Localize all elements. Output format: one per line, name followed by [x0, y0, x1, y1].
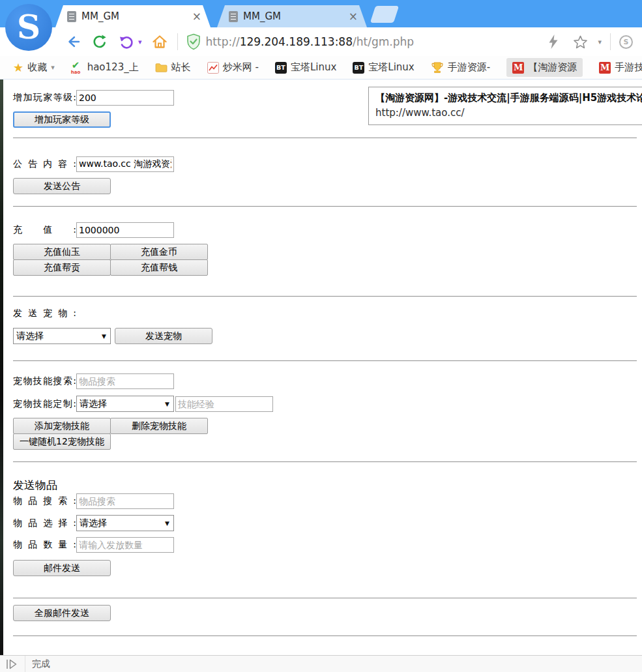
- pet-skill-search-row: 宠物技能搜索:: [13, 373, 637, 389]
- status-bar: 完成: [0, 655, 642, 672]
- bookmark-taoyou-hovered[interactable]: M 【淘游资源: [506, 58, 583, 77]
- security-shield-icon: [186, 33, 201, 50]
- level-label: 增加玩家等级:: [13, 92, 76, 104]
- undo-caret-icon[interactable]: ▾: [138, 38, 142, 46]
- recharge-xianyu-button[interactable]: 充值仙玉: [13, 244, 111, 260]
- section-divider: [13, 360, 637, 361]
- sidebar-toggle-button[interactable]: [5, 658, 18, 670]
- home-button[interactable]: [151, 33, 169, 51]
- item-search-row: 物品搜索:: [13, 493, 637, 509]
- bookmark-folder-zhanzhang[interactable]: 站长: [155, 61, 191, 74]
- tab-close-icon[interactable]: ×: [191, 11, 203, 22]
- tab-title: MM_GM: [81, 10, 186, 22]
- add-level-button[interactable]: 增加玩家等级: [13, 111, 111, 128]
- item-search-label: 物品搜索:: [13, 495, 76, 507]
- chevron-down-icon: ▼: [165, 401, 169, 407]
- back-button[interactable]: [64, 33, 82, 51]
- send-notice-button[interactable]: 发送公告: [13, 178, 111, 194]
- recharge-input[interactable]: [76, 222, 174, 238]
- back-arrow-icon: [65, 33, 81, 50]
- skill-exp-input[interactable]: [175, 396, 273, 412]
- status-divider: [25, 656, 25, 672]
- bookmark-hao123[interactable]: ✔hao hao123_上: [71, 61, 139, 74]
- bookmark-favorites[interactable]: ★ 收藏 ▾: [13, 61, 55, 74]
- favorite-star-button[interactable]: [571, 33, 589, 51]
- browser-logo[interactable]: S: [5, 4, 52, 51]
- pet-row: 请选择 ▼ 发送宠物: [13, 328, 637, 344]
- sogou-account-icon[interactable]: S: [619, 35, 633, 49]
- random-12-pet-skill-button[interactable]: 一键随机12宠物技能: [13, 433, 111, 450]
- undo-button[interactable]: [117, 33, 136, 51]
- send-pet-button[interactable]: 发送宠物: [115, 328, 212, 344]
- chevron-down-icon: ▼: [102, 333, 106, 340]
- notice-input[interactable]: [76, 156, 174, 172]
- tooltip-url: http://www.tao.cc/: [375, 107, 636, 119]
- status-text: 完成: [32, 658, 50, 670]
- url-text[interactable]: http://129.204.189.113:88/ht/gm.php: [206, 35, 414, 48]
- select-value: 请选择: [80, 398, 107, 410]
- bookmark-shouyou-jishu[interactable]: M 手游技术交: [599, 61, 642, 74]
- bt-panel-icon: BT: [353, 62, 364, 74]
- url-scheme: http://: [206, 35, 240, 48]
- tab-mm-gm-inactive[interactable]: MM_GM ×: [217, 5, 367, 27]
- recharge-row: 充值:: [13, 222, 637, 238]
- add-pet-skill-button[interactable]: 添加宠物技能: [13, 418, 111, 434]
- pet-skill-select[interactable]: 请选择 ▼: [76, 396, 174, 412]
- select-value: 请选择: [80, 518, 107, 529]
- delete-pet-skill-button[interactable]: 删除宠物技能: [110, 418, 208, 434]
- section-divider: [13, 206, 637, 207]
- item-search-input[interactable]: [76, 493, 174, 509]
- trophy-icon: [431, 61, 444, 74]
- pet-skill-search-label: 宠物技能搜索:: [13, 375, 76, 387]
- bookmark-bt-linux-1[interactable]: BT 宝塔Linux: [275, 61, 336, 74]
- browser-logo-letter: S: [17, 11, 40, 44]
- pet-skill-custom-row: 宠物技能定制: 请选择 ▼: [13, 396, 637, 412]
- new-tab-button[interactable]: [370, 6, 399, 23]
- pet-skill-search-input[interactable]: [76, 373, 174, 389]
- sogou-s-letter: S: [624, 38, 629, 46]
- recharge-banggong-button[interactable]: 充值帮贡: [13, 259, 111, 276]
- recharge-gold-button[interactable]: 充值金币: [110, 244, 208, 260]
- section-divider: [13, 598, 637, 598]
- bookmark-bt-linux-2[interactable]: BT 宝塔Linux: [353, 61, 414, 74]
- page-doc-icon: [229, 11, 238, 22]
- item-select[interactable]: 请选择 ▼: [76, 515, 174, 531]
- bookmark-chaomi[interactable]: 炒米网 -: [207, 61, 259, 74]
- section-divider: [13, 635, 637, 636]
- tab-mm-gm-active[interactable]: MM_GM ×: [55, 5, 211, 27]
- bookmark-label: 手游技术交: [615, 61, 642, 74]
- item-select-label: 物品选择:: [13, 518, 76, 529]
- recharge-bangqian-button[interactable]: 充值帮钱: [110, 259, 208, 276]
- bt-panel-icon: BT: [275, 62, 287, 74]
- chart-icon: [207, 62, 219, 74]
- tab-close-icon[interactable]: ×: [347, 11, 359, 22]
- recharge-label: 充值:: [13, 224, 76, 236]
- star-outline-icon: [573, 35, 588, 50]
- send-items-heading: 发送物品: [13, 478, 637, 493]
- bookmark-label: 站长: [171, 61, 191, 74]
- level-input[interactable]: [76, 90, 174, 106]
- bookmark-label: 宝塔Linux: [368, 61, 414, 74]
- pet-select[interactable]: 请选择 ▼: [13, 328, 111, 344]
- folder-icon: [155, 63, 168, 73]
- bookmark-label: hao123_上: [87, 61, 139, 74]
- item-qty-input[interactable]: [76, 537, 174, 553]
- bookmark-label: 手游资源-: [448, 61, 490, 74]
- mail-send-button[interactable]: 邮件发送: [13, 560, 111, 576]
- recharge-buttons: 充值仙玉 充值金币 充值帮贡 充值帮钱: [13, 244, 211, 276]
- refresh-icon: [92, 34, 108, 50]
- hao123-icon: ✔hao: [71, 61, 83, 74]
- select-value: 请选择: [16, 330, 44, 342]
- refresh-button[interactable]: [91, 33, 109, 51]
- bookmark-shouyou[interactable]: 手游资源-: [431, 61, 490, 74]
- favorite-caret-icon[interactable]: ▾: [598, 38, 602, 46]
- address-bar[interactable]: http://129.204.189.113:88/ht/gm.php: [186, 33, 536, 50]
- item-select-row: 物品选择: 请选择 ▼: [13, 515, 637, 531]
- all-server-mail-button[interactable]: 全服邮件发送: [13, 605, 111, 621]
- toolbar-divider: [177, 33, 178, 50]
- speed-mode-button[interactable]: [544, 33, 562, 51]
- bookmarks-bar: ★ 收藏 ▾ ✔hao hao123_上 站长 炒米网 - BT 宝塔Linux…: [0, 56, 642, 80]
- section-divider: [13, 138, 637, 138]
- notice-label: 公告内容:: [13, 158, 76, 170]
- bookmark-tooltip: 【淘游资源网】-游戏技术交流|手游服务端源码|H5游戏技术论 http://ww…: [368, 87, 642, 125]
